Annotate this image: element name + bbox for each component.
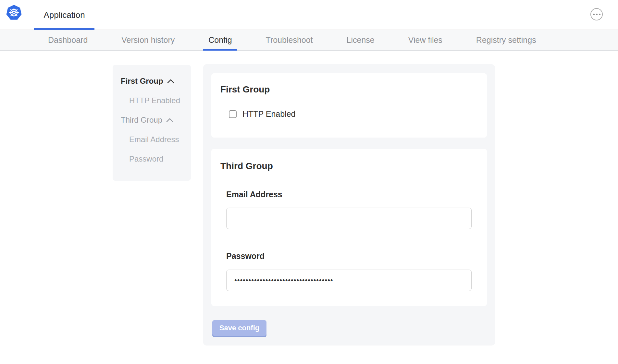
- sidebar-item-label: Email Address: [129, 135, 179, 144]
- password-input[interactable]: [226, 270, 472, 291]
- sidebar-item-password[interactable]: Password: [121, 149, 191, 169]
- group-title: First Group: [220, 84, 270, 95]
- active-tab-underline: [203, 49, 237, 51]
- http-enabled-field: HTTP Enabled: [229, 109, 296, 119]
- tab-label: View files: [408, 35, 442, 45]
- tab-license[interactable]: License: [347, 30, 375, 50]
- sidebar-group-first-group[interactable]: First Group: [121, 71, 191, 91]
- sidebar-group-label: Third Group: [121, 115, 162, 125]
- config-main-area: First Group HTTP Enabled Third Group Ema…: [203, 64, 495, 346]
- top-header: Application: [0, 0, 618, 30]
- tab-view-files[interactable]: View files: [408, 30, 442, 50]
- chevron-up-icon: [167, 79, 174, 83]
- tab-label: Dashboard: [48, 35, 88, 45]
- tab-label: Config: [208, 35, 232, 45]
- config-groups-sidebar: First Group HTTP Enabled Third Group Ema…: [113, 65, 191, 181]
- ellipsis-icon: [596, 14, 598, 15]
- config-group-card-first-group: First Group HTTP Enabled: [211, 73, 487, 138]
- tab-config[interactable]: Config: [208, 30, 232, 50]
- sidebar-item-label: Password: [129, 154, 163, 164]
- tab-label: License: [347, 35, 375, 45]
- tab-version-history[interactable]: Version history: [121, 30, 175, 50]
- sidebar-group-label: First Group: [121, 77, 163, 86]
- ellipsis-icon: [599, 14, 600, 15]
- sidebar-group-third-group[interactable]: Third Group: [121, 110, 191, 130]
- config-group-card-third-group: Third Group Email Address Password: [211, 149, 487, 306]
- chevron-up-icon: [166, 118, 173, 122]
- email-address-label: Email Address: [226, 190, 282, 199]
- sidebar-item-http-enabled[interactable]: HTTP Enabled: [121, 91, 191, 110]
- kubernetes-logo-icon: [6, 4, 22, 20]
- ellipsis-icon: [593, 14, 595, 15]
- tab-label: Troubleshoot: [266, 35, 313, 45]
- tab-troubleshoot[interactable]: Troubleshoot: [266, 30, 313, 50]
- password-label: Password: [226, 251, 265, 261]
- http-enabled-checkbox[interactable]: [229, 110, 237, 118]
- more-menu-button[interactable]: [590, 8, 603, 20]
- sidebar-item-label: HTTP Enabled: [129, 96, 180, 105]
- tab-registry-settings[interactable]: Registry settings: [476, 30, 536, 50]
- app-subnav: Dashboard Version history Config Trouble…: [0, 30, 618, 51]
- group-title: Third Group: [220, 161, 273, 171]
- admin-console-page: Application Dashboard Version history Co…: [0, 0, 618, 364]
- email-address-input[interactable]: [226, 208, 472, 229]
- checkbox-label: HTTP Enabled: [242, 109, 296, 119]
- save-config-button[interactable]: Save config: [212, 320, 266, 336]
- sidebar-item-email-address[interactable]: Email Address: [121, 130, 191, 149]
- tab-application[interactable]: Application: [34, 0, 94, 30]
- tab-label: Version history: [121, 35, 175, 45]
- tab-dashboard[interactable]: Dashboard: [48, 30, 88, 50]
- app-tab-label: Application: [43, 10, 85, 20]
- tab-label: Registry settings: [476, 35, 536, 45]
